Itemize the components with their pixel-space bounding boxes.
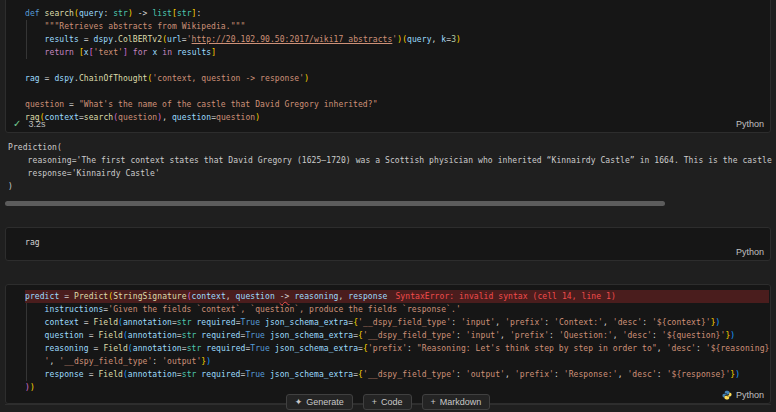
code-token: results [177,48,211,57]
code-token: dspy [94,35,114,44]
code-token: , [505,370,515,379]
code-token: question [172,113,211,122]
code-token: reasoning [45,344,89,353]
code-token: 'prefix' [515,370,554,379]
output-line: response='Kinnairdy Castle' [8,167,776,180]
code-token: rag [25,74,40,83]
code-line: reasoning = Field(annotation=str require… [25,342,769,355]
code-cell-1[interactable]: def search(query: str) -> list[str]: """… [5,0,771,133]
code-token: Field [103,344,127,353]
code-line: ', '__dspy_field_type': 'output'}) [25,355,769,368]
cell-2-language-picker[interactable]: Python [736,247,764,257]
code-token: str [182,370,197,379]
code-token: 'output' [162,357,201,366]
output-line: ) [8,180,776,193]
code-token: Field [98,331,122,340]
code-token: : [652,331,662,340]
code-token: question [118,113,157,122]
code-token: 'desc' [623,331,652,340]
code-token: ChainOfThought [79,74,148,83]
code-token: ColBERTv2 [118,35,162,44]
sparkle-icon: ✦ [295,398,303,407]
code-token: search [45,9,74,18]
code-token: question [236,292,275,301]
code-token: in [162,48,172,57]
code-token: json_schema_extra [270,331,353,340]
code-token: response [348,292,387,301]
code-token: json_schema_extra [265,318,348,327]
code-token: True [245,370,265,379]
code-token: : [544,318,554,327]
indent-guide [26,20,27,59]
code-token: query [79,9,103,18]
code-token: predict [25,292,59,301]
cell-3-editor[interactable]: predict = Predict(StringSignature(contex… [25,290,769,394]
code-token: : [103,9,113,18]
code-token: for [133,48,148,57]
cell-2-editor[interactable]: rag [25,236,769,249]
code-token: : [657,370,667,379]
horizontal-scrollbar[interactable] [5,201,665,206]
code-token [25,370,45,379]
code-token: 'desc' [627,370,656,379]
insert-cell-toolbar: ✦ Generate + Code + Markdown [0,394,776,410]
code-token: annotation [123,318,172,327]
code-token: 'prefix' [368,344,407,353]
code-token: True [250,344,270,353]
code-token: = [40,74,55,83]
generate-button[interactable]: ✦ Generate [286,394,353,410]
syntax-error-squiggle: -> [280,292,290,301]
code-token: dspy [54,74,74,83]
code-token: '__dspy_field_type' [358,318,451,327]
code-token: json_schema_extra [270,370,353,379]
code-token: rag [25,238,40,247]
code-token: : [451,318,461,327]
code-token: = [59,292,74,301]
code-token: '${response}' [667,370,731,379]
code-token: ) [735,370,740,379]
code-token: : [196,9,201,18]
code-token: annotation [128,370,177,379]
code-line: rag [25,236,769,249]
cell-1-status-bar: ✓ 3.2s [13,119,45,129]
code-token: str [113,9,128,18]
code-line: instructions='Given the fields `context`… [25,303,769,316]
code-token: : [696,344,706,353]
code-token: StringSignature [113,292,186,301]
code-token: = [84,370,99,379]
code-token: str [187,344,202,353]
code-token: required [201,370,240,379]
code-token: json_schema_extra [275,344,358,353]
code-cell-2[interactable]: rag Python [5,227,771,261]
url-link: http://20.102.90.50:2017/wiki17_abstract… [192,35,393,44]
code-token: required [206,344,245,353]
code-token: question [25,100,64,109]
code-token: 'output' [466,370,505,379]
code-token: question [216,113,255,122]
code-token [25,48,45,57]
code-token: Field [94,318,118,327]
code-line: rag = dspy.ChainOfThought('context, ques… [25,72,769,85]
indent-guide [26,303,27,381]
code-token: , [162,113,172,122]
code-token: = [89,344,104,353]
code-line: results = dspy.ColBERTv2(url='http://20.… [25,33,769,46]
code-token: url [167,35,182,44]
add-markdown-button[interactable]: + Markdown [422,394,491,410]
code-token: '__dspy_field_type' [59,357,152,366]
cell-1-editor[interactable]: def search(query: str) -> list[str]: """… [25,7,769,124]
code-token: question [45,331,84,340]
add-code-button[interactable]: + Code [363,394,412,410]
code-line: question = Field(annotation=str required… [25,329,769,342]
code-token: str [177,318,192,327]
code-token: ) [206,357,211,366]
code-token: , [226,292,236,301]
code-token: 'prefix' [505,318,544,327]
code-token: ) [730,331,735,340]
cell-1-language-picker[interactable]: Python [736,119,764,129]
code-token: '${question}' [662,331,726,340]
code-cell-3[interactable]: predict = Predict(StringSignature(contex… [5,284,771,404]
code-token: required [201,331,240,340]
code-token: : [642,318,652,327]
code-token: context [192,292,226,301]
